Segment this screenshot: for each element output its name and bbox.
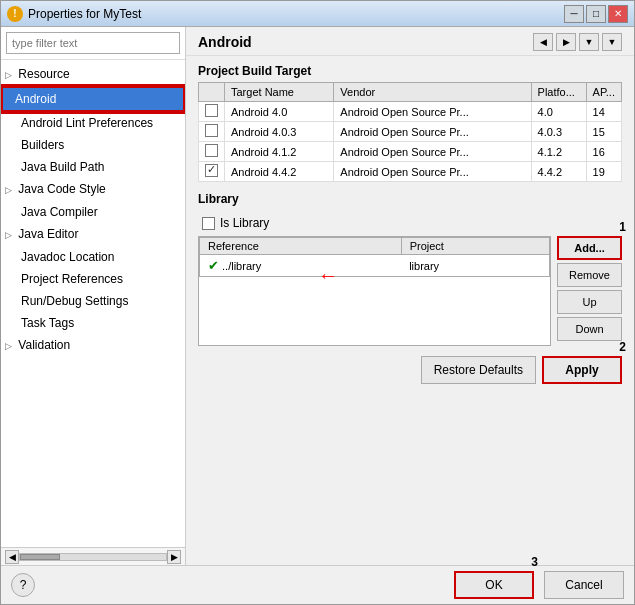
green-check-icon: ✔ [208, 258, 219, 273]
sidebar-item-android[interactable]: Android [1, 86, 185, 112]
ok-button[interactable]: OK [454, 571, 534, 599]
table-row[interactable]: Android 4.4.2 Android Open Source Pr... … [199, 162, 622, 182]
restore-defaults-button[interactable]: Restore Defaults [421, 356, 536, 384]
api-cell: 14 [586, 102, 621, 122]
col-api: AP... [586, 83, 621, 102]
lib-project-cell: library [401, 255, 549, 277]
panel-body: Project Build Target Target Name Vendor … [186, 56, 634, 565]
back-button[interactable]: ◀ [533, 33, 553, 51]
apply-btn-wrap: Apply 2 [542, 356, 622, 384]
vendor-cell: Android Open Source Pr... [334, 102, 531, 122]
scroll-thumb[interactable] [20, 554, 60, 560]
add-button[interactable]: Add... [557, 236, 622, 260]
properties-dialog: ! Properties for MyTest ─ □ ✕ ▷ Resource [0, 0, 635, 605]
scroll-left-btn[interactable]: ◀ [5, 550, 19, 564]
target-name-cell: Android 4.1.2 [225, 142, 334, 162]
num2-badge: 2 [619, 340, 626, 354]
platform-cell: 4.1.2 [531, 142, 586, 162]
lib-ref-cell: ✔ ../library [200, 255, 402, 277]
up-button[interactable]: Up [557, 290, 622, 314]
table-row[interactable]: Android 4.1.2 Android Open Source Pr... … [199, 142, 622, 162]
checkbox-checked-icon[interactable] [205, 164, 218, 177]
panel-toolbar: ◀ ▶ ▼ ▼ [533, 33, 622, 51]
sidebar-item-java-editor[interactable]: ▷ Java Editor [1, 223, 185, 246]
close-button[interactable]: ✕ [608, 5, 628, 23]
row-checkbox[interactable] [199, 142, 225, 162]
sidebar-scrollbar[interactable]: ◀ ▶ [1, 547, 185, 565]
minimize-button[interactable]: ─ [564, 5, 584, 23]
content-area: ▷ Resource Android Android Lint Preferen… [1, 27, 634, 565]
checkbox-icon[interactable] [205, 144, 218, 157]
library-table: Reference Project ✔ ../library library [199, 237, 550, 277]
lib-col-project: Project [401, 238, 549, 255]
maximize-button[interactable]: □ [586, 5, 606, 23]
col-check [199, 83, 225, 102]
sidebar-item-label: Java Build Path [21, 160, 104, 174]
sidebar-item-resource[interactable]: ▷ Resource [1, 63, 185, 86]
sidebar-item-label: Resource [18, 67, 69, 81]
lib-col-reference: Reference [200, 238, 402, 255]
sidebar-item-run-debug[interactable]: Run/Debug Settings [1, 290, 185, 312]
is-library-row: Is Library [198, 216, 622, 230]
sidebar-item-java-compiler[interactable]: Java Compiler [1, 201, 185, 223]
help-button[interactable]: ? [11, 573, 35, 597]
arrow-icon: ▷ [5, 337, 12, 355]
cancel-button[interactable]: Cancel [544, 571, 624, 599]
apply-button[interactable]: Apply [542, 356, 622, 384]
row-checkbox[interactable] [199, 122, 225, 142]
platform-cell: 4.0.3 [531, 122, 586, 142]
sidebar-item-builders[interactable]: Builders [1, 134, 185, 156]
sidebar-item-label: Project References [21, 272, 123, 286]
title-bar-left: ! Properties for MyTest [7, 6, 141, 22]
window-title: Properties for MyTest [28, 7, 141, 21]
sidebar-item-label: Android Lint Preferences [21, 116, 153, 130]
platform-cell: 4.4.2 [531, 162, 586, 182]
col-vendor: Vendor [334, 83, 531, 102]
arrow-icon: ▷ [5, 66, 12, 84]
main-panel: Android ◀ ▶ ▼ ▼ Project Build Target [186, 27, 634, 565]
sidebar-item-java-build-path[interactable]: Java Build Path [1, 156, 185, 178]
sidebar-item-label: Javadoc Location [21, 250, 114, 264]
filter-wrap [1, 27, 185, 60]
ok-btn-wrap: OK 3 [454, 571, 534, 599]
sidebar-item-task-tags[interactable]: Task Tags [1, 312, 185, 334]
forward-button[interactable]: ▶ [556, 33, 576, 51]
row-checkbox[interactable] [199, 162, 225, 182]
sidebar-item-javadoc[interactable]: Javadoc Location [1, 246, 185, 268]
window-icon: ! [7, 6, 23, 22]
sidebar-item-label: Android [15, 92, 56, 106]
api-cell: 16 [586, 142, 621, 162]
vendor-cell: Android Open Source Pr... [334, 162, 531, 182]
build-target-label: Project Build Target [198, 64, 622, 78]
lib-table-row[interactable]: ✔ ../library library [200, 255, 550, 277]
bottom-bar: ? OK 3 Cancel [1, 565, 634, 604]
filter-input[interactable] [6, 32, 180, 54]
dropdown-button2[interactable]: ▼ [602, 33, 622, 51]
down-button[interactable]: Down [557, 317, 622, 341]
sidebar-item-label: Task Tags [21, 316, 74, 330]
is-library-checkbox[interactable] [202, 217, 215, 230]
sidebar-item-validation[interactable]: ▷ Validation [1, 334, 185, 357]
dropdown-button1[interactable]: ▼ [579, 33, 599, 51]
sidebar-item-android-lint[interactable]: Android Lint Preferences [1, 112, 185, 134]
table-row[interactable]: Android 4.0.3 Android Open Source Pr... … [199, 122, 622, 142]
remove-button[interactable]: Remove [557, 263, 622, 287]
sidebar-item-label: Java Code Style [18, 182, 105, 196]
scroll-track [19, 553, 167, 561]
api-cell: 15 [586, 122, 621, 142]
api-cell: 19 [586, 162, 621, 182]
checkbox-icon[interactable] [205, 124, 218, 137]
build-target-section: Project Build Target Target Name Vendor … [198, 64, 622, 182]
add-btn-wrap: Add... 1 [557, 236, 622, 260]
library-section: Library Is Library Reference [198, 192, 622, 346]
sidebar: ▷ Resource Android Android Lint Preferen… [1, 27, 186, 565]
scroll-right-btn[interactable]: ▶ [167, 550, 181, 564]
row-checkbox[interactable] [199, 102, 225, 122]
checkbox-icon[interactable] [205, 104, 218, 117]
title-buttons: ─ □ ✕ [564, 5, 628, 23]
sidebar-item-java-code-style[interactable]: ▷ Java Code Style [1, 178, 185, 201]
table-row[interactable]: Android 4.0 Android Open Source Pr... 4.… [199, 102, 622, 122]
build-target-table: Target Name Vendor Platfo... AP... Andro… [198, 82, 622, 182]
sidebar-item-project-references[interactable]: Project References [1, 268, 185, 290]
num3-badge: 3 [531, 555, 538, 569]
